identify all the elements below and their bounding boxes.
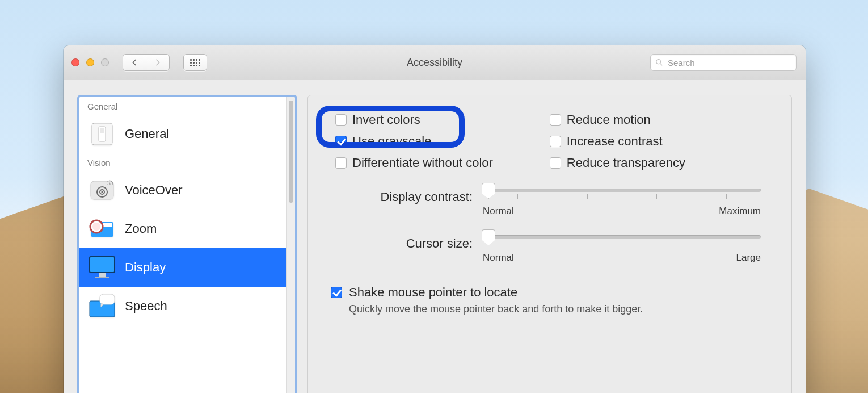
svg-line-1 [660,64,663,66]
voiceover-icon [87,178,117,203]
slider-ticks [483,194,761,201]
sidebar-item-label: Zoom [125,221,157,236]
scrollbar-thumb[interactable] [289,101,293,203]
option-label: Use grayscale [352,134,431,149]
cursor-size-slider[interactable]: Normal Large [483,235,761,264]
checkbox[interactable] [550,136,561,147]
slider-track[interactable] [483,235,761,239]
grid-icon [190,59,200,66]
sidebar-item-zoom[interactable]: Zoom [79,210,286,248]
sidebar-scrollbar[interactable] [286,97,295,393]
option-label: Differentiate without color [352,156,493,170]
forward-button [146,55,169,70]
sidebar-section-header: General [79,97,286,115]
checkbox[interactable] [335,114,347,126]
checkbox[interactable] [335,157,347,169]
sidebar-item-voiceover[interactable]: VoiceOver [79,171,286,210]
window-body: General General Vision VoiceOver [64,80,806,393]
nav-back-forward-group [123,54,170,71]
option-reduce-motion[interactable]: Reduce motion [550,112,685,127]
option-increase-contrast[interactable]: Increase contrast [550,134,685,149]
sidebar-item-speech[interactable]: Speech [79,287,286,325]
checkbox[interactable] [550,157,561,169]
sidebar-item-label: VoiceOver [125,183,183,198]
speech-icon [87,294,117,319]
cursor-size-row: Cursor size: Normal Large [331,235,769,264]
svg-rect-17 [100,294,115,304]
minimize-window-button[interactable] [86,58,94,66]
sidebar-container: General General Vision VoiceOver [77,95,297,393]
shake-mouse-subtitle: Quickly move the mouse pointer back and … [349,303,643,315]
option-invert-colors[interactable]: Invert colors [335,112,493,127]
svg-rect-15 [95,277,109,278]
sidebar-item-label: Display [125,260,166,275]
window-controls [71,58,109,66]
svg-rect-13 [90,257,115,273]
slider-max-label: Maximum [719,206,761,217]
general-icon [87,122,117,147]
svg-point-12 [92,223,100,231]
slider-min-label: Normal [483,252,514,264]
slider-max-label: Large [736,252,761,264]
option-reduce-transparency[interactable]: Reduce transparency [550,156,685,170]
desktop-background: Accessibility General General Vision [0,0,868,393]
close-window-button[interactable] [71,58,79,66]
sidebar-item-general[interactable]: General [79,115,286,153]
checkbox[interactable] [331,287,342,298]
display-options-row: Invert colors Use grayscale Differentiat… [331,112,769,170]
svg-point-8 [101,191,103,193]
svg-point-0 [656,60,661,64]
window-titlebar[interactable]: Accessibility [64,45,806,80]
display-contrast-slider[interactable]: Normal Maximum [483,189,761,217]
option-use-grayscale[interactable]: Use grayscale [335,134,493,149]
shake-mouse-title: Shake mouse pointer to locate [349,285,643,300]
slider-ticks [483,241,761,248]
sidebar-list[interactable]: General General Vision VoiceOver [79,97,286,393]
slider-end-labels: Normal Maximum [483,206,761,217]
shake-mouse-row[interactable]: Shake mouse pointer to locate Quickly mo… [331,285,769,315]
option-differentiate-without-color[interactable]: Differentiate without color [335,156,493,170]
checkbox[interactable] [550,114,561,126]
checkbox[interactable] [335,136,347,147]
slider-label: Display contrast: [331,189,473,204]
sidebar-item-display[interactable]: Display [79,248,286,287]
show-all-button[interactable] [183,54,207,71]
search-field[interactable] [650,54,797,71]
option-label: Increase contrast [567,134,663,149]
settings-panel: Invert colors Use grayscale Differentiat… [307,95,792,393]
search-input[interactable] [667,57,791,68]
svg-rect-14 [99,273,106,277]
zoom-window-button [101,58,109,66]
sidebar-section-header: Vision [79,153,286,171]
slider-track[interactable] [483,189,761,192]
sidebar-item-label: General [125,127,169,141]
display-contrast-row: Display contrast: Normal Maximum [331,189,769,217]
slider-min-label: Normal [483,206,514,217]
preferences-window: Accessibility General General Vision [64,45,806,393]
slider-label: Cursor size: [331,235,473,251]
option-label: Invert colors [352,112,420,127]
zoom-icon [87,216,117,241]
display-icon [87,255,117,280]
slider-end-labels: Normal Large [483,252,761,264]
display-options-col-right: Reduce motion Increase contrast Reduce t… [550,112,685,170]
search-icon [655,58,663,66]
option-label: Reduce motion [567,112,651,127]
option-label: Reduce transparency [567,156,685,170]
display-options-col-left: Invert colors Use grayscale Differentiat… [335,112,493,170]
shake-mouse-text: Shake mouse pointer to locate Quickly mo… [349,285,643,315]
sidebar-item-label: Speech [125,299,167,313]
back-button[interactable] [123,55,146,70]
svg-rect-4 [100,128,104,133]
